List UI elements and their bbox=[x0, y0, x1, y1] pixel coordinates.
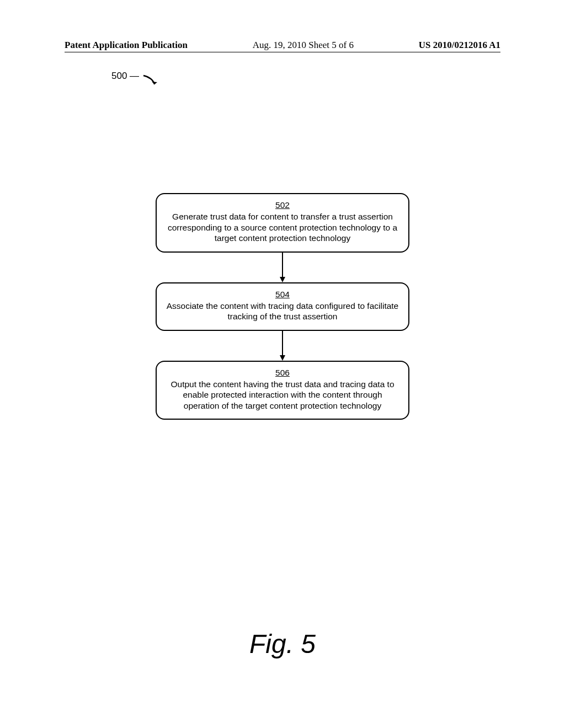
svg-marker-4 bbox=[280, 355, 285, 361]
flowchart-step-506: 506 Output the content having the trust … bbox=[156, 361, 409, 420]
arrow-down-icon bbox=[279, 253, 286, 282]
curved-arrow-icon bbox=[142, 74, 159, 89]
step-number: 506 bbox=[164, 367, 401, 378]
step-number: 502 bbox=[164, 200, 401, 210]
step-number: 504 bbox=[164, 289, 401, 299]
header-publication-number: US 2010/0212016 A1 bbox=[419, 40, 500, 51]
step-text: Output the content having the trust data… bbox=[171, 379, 395, 410]
figure-reference-text: 500 bbox=[111, 71, 127, 82]
figure-reference-leader-line: — bbox=[127, 71, 139, 82]
page-header: Patent Application Publication Aug. 19, … bbox=[65, 40, 500, 51]
arrow-down-icon bbox=[279, 331, 286, 361]
figure-reference-numeral: 500 — bbox=[111, 69, 159, 83]
step-text: Generate trust data for content to trans… bbox=[168, 212, 397, 243]
flowchart-step-502: 502 Generate trust data for content to t… bbox=[156, 193, 409, 253]
step-text: Associate the content with tracing data … bbox=[167, 301, 398, 321]
svg-marker-2 bbox=[280, 277, 285, 282]
flowchart-step-504: 504 Associate the content with tracing d… bbox=[156, 282, 409, 331]
svg-marker-0 bbox=[152, 82, 157, 84]
patent-page: Patent Application Publication Aug. 19, … bbox=[65, 0, 500, 563]
header-publication-type: Patent Application Publication bbox=[65, 40, 188, 51]
header-date-sheet: Aug. 19, 2010 Sheet 5 of 6 bbox=[253, 40, 354, 51]
figure-caption: Fig. 5 bbox=[65, 629, 500, 659]
flowchart-diagram: 502 Generate trust data for content to t… bbox=[65, 193, 500, 420]
header-divider bbox=[65, 52, 500, 52]
